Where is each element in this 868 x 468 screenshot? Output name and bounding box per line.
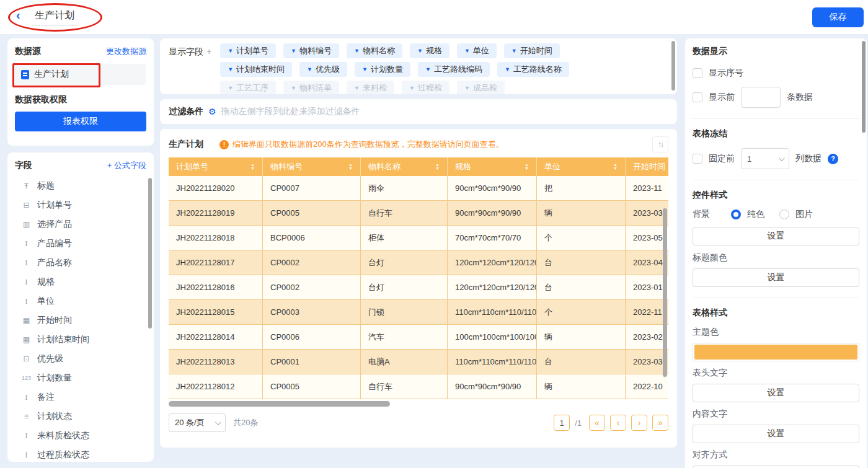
fields-scrollbar[interactable] [148,178,152,329]
column-header[interactable]: 物料名称▲▼ [361,157,448,176]
display-field-tag[interactable]: ▼规格 [410,43,450,58]
solid-color-radio[interactable] [731,210,741,219]
display-field-tag[interactable]: ▼计划单号 [220,43,276,58]
column-header[interactable]: 物料编号▲▼ [263,157,361,176]
table-horizontal-scrollbar[interactable] [169,401,390,407]
content-text-set-button[interactable]: 设置 [693,425,859,443]
field-label: 规格 [37,276,55,288]
filter-dropzone[interactable]: 拖动左侧字段到此处来添加过滤条件 [221,106,360,117]
field-item[interactable]: 123计划数量 [15,368,146,387]
current-page-input[interactable]: 1 [554,415,570,431]
title-color-set-button[interactable]: 设置 [693,268,859,287]
display-field-tag[interactable]: ▼过程检 [402,81,450,94]
fields-title: 字段 [15,160,32,171]
calendar-icon: ▦ [21,335,32,344]
table-cell: JH20221128017 [169,250,263,275]
table-row: JH20221128015CP0003门锁110cm*110cm*110/110… [169,300,668,325]
display-field-tag[interactable]: ▼优先级 [299,62,347,77]
field-item[interactable]: I规格 [15,272,146,291]
align-control-partial[interactable] [693,466,859,468]
display-field-tag[interactable]: ▼工艺路线编码 [418,62,490,77]
bar-chart-icon: ▥ [21,220,32,229]
page-size-select[interactable]: 20 条/页 [169,413,226,432]
table-cell: CP0007 [263,176,361,201]
theme-color-swatch[interactable] [693,343,859,361]
tag-label: 成品检 [473,82,497,94]
field-label: 产品编号 [37,238,72,249]
field-item[interactable]: I来料质检状态 [15,426,146,445]
save-button[interactable]: 保存 [812,7,864,27]
table-cell: 120cm*120cm*120/120 [448,275,537,300]
display-field-tag[interactable]: ▼物料清单 [283,81,339,94]
table-vertical-scrollbar[interactable] [663,208,667,377]
background-set-button[interactable]: 设置 [693,227,859,245]
display-field-tag[interactable]: ▼计划结束时间 [220,62,292,77]
caret-down-icon: ▼ [291,85,296,91]
field-item[interactable]: I产品名称 [15,253,146,272]
add-display-field-button[interactable]: + [206,46,211,56]
page-title[interactable]: 生产计划 [32,9,77,26]
gear-icon[interactable]: ⚙ [208,107,216,117]
column-header[interactable]: 单位▲▼ [537,157,626,176]
first-page-button[interactable]: « [589,415,605,431]
caret-down-icon: ▼ [505,66,510,73]
field-item[interactable]: Ŧ标题 [15,176,146,195]
show-first-count-input[interactable] [741,87,781,108]
display-field-tag[interactable]: ▼来料检 [347,81,394,94]
field-item[interactable]: ≡计划状态 [15,407,146,426]
datasource-item[interactable]: 生产计划 [15,64,146,85]
field-label: 来料质检状态 [37,430,89,441]
report-permission-button[interactable]: 报表权限 [15,112,146,131]
display-field-tag[interactable]: ▼物料名称 [347,43,402,58]
prev-page-button[interactable]: ‹ [610,415,626,431]
header-text-set-button[interactable]: 设置 [693,384,859,402]
field-label: 选择产品 [37,219,72,230]
list-icon: ≡ [21,412,32,421]
field-item[interactable]: ▦开始时间 [15,311,146,330]
column-header[interactable]: 开始时间▲▼ [626,157,668,176]
theme-color-value [694,345,857,360]
display-field-tags: ▼计划单号▼物料编号▼物料名称▼规格▼单位▼开始时间▼计划结束时间▼优先级▼计划… [220,42,604,94]
fix-columns-checkbox[interactable] [693,154,702,164]
tag-label: 优先级 [316,64,340,75]
change-datasource-link[interactable]: 更改数据源 [106,46,146,57]
display-field-tag[interactable]: ▼工艺路线名称 [497,62,569,77]
column-header[interactable]: 规格▲▼ [448,157,537,176]
field-item[interactable]: I备注 [15,387,146,407]
fix-columns-select[interactable]: 1 [741,148,789,169]
field-item[interactable]: ▥选择产品 [15,214,146,234]
image-radio[interactable] [779,210,789,219]
last-page-button[interactable]: » [652,415,668,431]
display-field-tag[interactable]: ▼开始时间 [504,43,560,58]
datasource-title: 数据源 [15,46,41,57]
display-fields-scrollbar[interactable] [671,41,675,91]
next-page-button[interactable]: › [631,415,647,431]
field-item[interactable]: ⊟计划单号 [15,195,146,214]
display-field-tag[interactable]: ▼成品检 [457,81,505,94]
table-cell: 自行车 [361,374,448,399]
caret-down-icon: ▼ [425,66,431,73]
table-horizontal-scroll-track [169,401,668,407]
field-item[interactable]: ▦计划结束时间 [15,330,146,349]
column-header[interactable]: 计划单号▲▼ [169,157,263,176]
field-item[interactable]: I单位 [15,291,146,311]
sort-toggle-icon[interactable]: ↑↓ [652,136,668,152]
table-cell: 把 [537,176,626,201]
display-field-tag[interactable]: ▼单位 [457,43,497,58]
field-item[interactable]: I产品编号 [15,234,146,253]
field-item[interactable]: ⊡优先级 [15,349,146,368]
back-icon[interactable]: ‹ [16,8,20,22]
display-field-tag[interactable]: ▼物料编号 [283,43,339,58]
permission-title: 数据获取权限 [15,94,146,105]
add-formula-field-link[interactable]: + 公式字段 [107,160,146,171]
table-cell: 个 [537,300,626,325]
display-field-tag[interactable]: ▼工艺工序 [220,81,276,94]
display-field-tag[interactable]: ▼计划数量 [355,62,410,77]
show-first-checkbox[interactable] [693,92,702,102]
caret-down-icon: ▼ [228,85,233,91]
show-index-checkbox[interactable] [693,68,702,78]
chevron-down-icon [779,155,785,161]
style-panel-scrollbar[interactable] [862,41,866,133]
help-icon[interactable]: ? [828,154,838,164]
field-item[interactable]: I过程质检状态 [15,445,146,462]
